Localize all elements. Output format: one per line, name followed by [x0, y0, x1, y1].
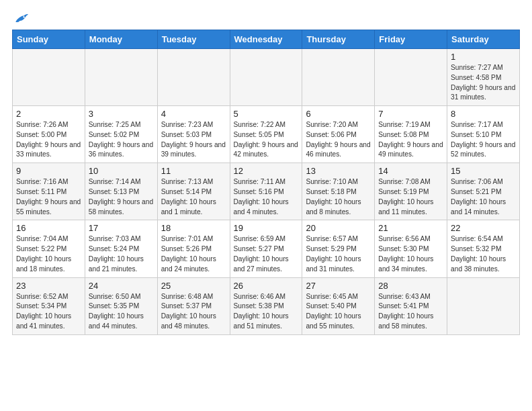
calendar-cell: 24Sunrise: 6:50 AMSunset: 5:35 PMDayligh… [85, 277, 157, 334]
day-number: 2 [16, 109, 81, 119]
day-info: Sunrise: 6:52 AMSunset: 5:34 PMDaylight:… [16, 292, 81, 332]
day-info: Sunrise: 6:56 AMSunset: 5:30 PMDaylight:… [378, 234, 443, 274]
day-number: 19 [234, 223, 299, 233]
day-info: Sunrise: 7:14 AMSunset: 5:13 PMDaylight:… [89, 177, 154, 217]
day-number: 10 [89, 166, 154, 176]
day-number: 15 [451, 166, 516, 176]
calendar-cell: 5Sunrise: 7:22 AMSunset: 5:05 PMDaylight… [230, 106, 302, 163]
day-info: Sunrise: 7:17 AMSunset: 5:10 PMDaylight:… [451, 120, 516, 160]
day-number: 4 [161, 109, 226, 119]
day-number: 11 [161, 166, 226, 176]
calendar-cell: 19Sunrise: 6:59 AMSunset: 5:27 PMDayligh… [230, 220, 302, 277]
day-number: 1 [451, 52, 516, 62]
day-info: Sunrise: 7:01 AMSunset: 5:26 PMDaylight:… [161, 234, 226, 274]
calendar-cell: 15Sunrise: 7:06 AMSunset: 5:21 PMDayligh… [447, 163, 520, 220]
calendar-week-row: 2Sunrise: 7:26 AMSunset: 5:00 PMDaylight… [13, 106, 520, 163]
day-info: Sunrise: 7:23 AMSunset: 5:03 PMDaylight:… [161, 120, 226, 160]
calendar-cell [85, 49, 157, 106]
day-info: Sunrise: 7:26 AMSunset: 5:00 PMDaylight:… [16, 120, 81, 160]
calendar-cell: 10Sunrise: 7:14 AMSunset: 5:13 PMDayligh… [85, 163, 157, 220]
day-info: Sunrise: 7:19 AMSunset: 5:08 PMDaylight:… [378, 120, 443, 160]
day-info: Sunrise: 7:13 AMSunset: 5:14 PMDaylight:… [161, 177, 226, 217]
calendar-cell: 9Sunrise: 7:16 AMSunset: 5:11 PMDaylight… [13, 163, 85, 220]
calendar-cell: 2Sunrise: 7:26 AMSunset: 5:00 PMDaylight… [13, 106, 85, 163]
calendar-cell [447, 277, 520, 334]
day-info: Sunrise: 7:22 AMSunset: 5:05 PMDaylight:… [234, 120, 299, 160]
calendar-cell: 23Sunrise: 6:52 AMSunset: 5:34 PMDayligh… [13, 277, 85, 334]
day-number: 9 [16, 166, 81, 176]
day-number: 17 [89, 223, 154, 233]
calendar-cell: 4Sunrise: 7:23 AMSunset: 5:03 PMDaylight… [157, 106, 230, 163]
col-header-saturday: Saturday [447, 30, 520, 49]
calendar-cell: 27Sunrise: 6:45 AMSunset: 5:40 PMDayligh… [302, 277, 375, 334]
col-header-tuesday: Tuesday [157, 30, 230, 49]
calendar-cell: 28Sunrise: 6:43 AMSunset: 5:41 PMDayligh… [375, 277, 447, 334]
day-info: Sunrise: 7:06 AMSunset: 5:21 PMDaylight:… [451, 177, 516, 217]
day-info: Sunrise: 7:10 AMSunset: 5:18 PMDaylight:… [306, 177, 371, 217]
day-number: 14 [378, 166, 443, 176]
day-number: 28 [378, 281, 443, 291]
day-number: 27 [306, 281, 371, 291]
day-number: 22 [451, 223, 516, 233]
calendar-cell: 8Sunrise: 7:17 AMSunset: 5:10 PMDaylight… [447, 106, 520, 163]
day-number: 13 [306, 166, 371, 176]
col-header-friday: Friday [375, 30, 447, 49]
col-header-sunday: Sunday [13, 30, 85, 49]
day-info: Sunrise: 7:25 AMSunset: 5:02 PMDaylight:… [89, 120, 154, 160]
calendar-cell [302, 49, 375, 106]
calendar-cell: 21Sunrise: 6:56 AMSunset: 5:30 PMDayligh… [375, 220, 447, 277]
day-info: Sunrise: 6:48 AMSunset: 5:37 PMDaylight:… [161, 292, 226, 332]
calendar-cell: 7Sunrise: 7:19 AMSunset: 5:08 PMDaylight… [375, 106, 447, 163]
day-number: 7 [378, 109, 443, 119]
day-number: 12 [234, 166, 299, 176]
col-header-thursday: Thursday [302, 30, 375, 49]
day-number: 23 [16, 281, 81, 291]
day-info: Sunrise: 6:46 AMSunset: 5:38 PMDaylight:… [234, 292, 299, 332]
header [12, 12, 520, 24]
calendar-table: SundayMondayTuesdayWednesdayThursdayFrid… [12, 30, 520, 335]
day-info: Sunrise: 7:04 AMSunset: 5:22 PMDaylight:… [16, 234, 81, 274]
calendar-cell: 3Sunrise: 7:25 AMSunset: 5:02 PMDaylight… [85, 106, 157, 163]
calendar-cell: 17Sunrise: 7:03 AMSunset: 5:24 PMDayligh… [85, 220, 157, 277]
day-number: 20 [306, 223, 371, 233]
calendar-cell: 22Sunrise: 6:54 AMSunset: 5:32 PMDayligh… [447, 220, 520, 277]
col-header-wednesday: Wednesday [230, 30, 302, 49]
calendar-cell: 13Sunrise: 7:10 AMSunset: 5:18 PMDayligh… [302, 163, 375, 220]
calendar-cell: 26Sunrise: 6:46 AMSunset: 5:38 PMDayligh… [230, 277, 302, 334]
day-info: Sunrise: 6:43 AMSunset: 5:41 PMDaylight:… [378, 292, 443, 332]
calendar-cell [375, 49, 447, 106]
calendar-cell: 18Sunrise: 7:01 AMSunset: 5:26 PMDayligh… [157, 220, 230, 277]
day-number: 18 [161, 223, 226, 233]
calendar-cell: 1Sunrise: 7:27 AMSunset: 4:58 PMDaylight… [447, 49, 520, 106]
day-number: 21 [378, 223, 443, 233]
day-info: Sunrise: 6:59 AMSunset: 5:27 PMDaylight:… [234, 234, 299, 274]
day-info: Sunrise: 6:45 AMSunset: 5:40 PMDaylight:… [306, 292, 371, 332]
day-info: Sunrise: 7:03 AMSunset: 5:24 PMDaylight:… [89, 234, 154, 274]
day-info: Sunrise: 6:50 AMSunset: 5:35 PMDaylight:… [89, 292, 154, 332]
calendar-week-row: 1Sunrise: 7:27 AMSunset: 4:58 PMDaylight… [13, 49, 520, 106]
calendar-cell: 11Sunrise: 7:13 AMSunset: 5:14 PMDayligh… [157, 163, 230, 220]
day-number: 25 [161, 281, 226, 291]
calendar-week-row: 9Sunrise: 7:16 AMSunset: 5:11 PMDaylight… [13, 163, 520, 220]
calendar-cell: 6Sunrise: 7:20 AMSunset: 5:06 PMDaylight… [302, 106, 375, 163]
calendar-week-row: 23Sunrise: 6:52 AMSunset: 5:34 PMDayligh… [13, 277, 520, 334]
day-info: Sunrise: 7:08 AMSunset: 5:19 PMDaylight:… [378, 177, 443, 217]
day-info: Sunrise: 7:11 AMSunset: 5:16 PMDaylight:… [234, 177, 299, 217]
day-number: 8 [451, 109, 516, 119]
logo [12, 12, 28, 24]
calendar-cell: 20Sunrise: 6:57 AMSunset: 5:29 PMDayligh… [302, 220, 375, 277]
day-number: 16 [16, 223, 81, 233]
calendar-cell: 12Sunrise: 7:11 AMSunset: 5:16 PMDayligh… [230, 163, 302, 220]
calendar-cell: 16Sunrise: 7:04 AMSunset: 5:22 PMDayligh… [13, 220, 85, 277]
day-number: 6 [306, 109, 371, 119]
day-info: Sunrise: 7:16 AMSunset: 5:11 PMDaylight:… [16, 177, 81, 217]
col-header-monday: Monday [85, 30, 157, 49]
calendar-header-row: SundayMondayTuesdayWednesdayThursdayFrid… [13, 30, 520, 49]
day-info: Sunrise: 7:20 AMSunset: 5:06 PMDaylight:… [306, 120, 371, 160]
page: SundayMondayTuesdayWednesdayThursdayFrid… [0, 0, 532, 342]
day-number: 3 [89, 109, 154, 119]
day-number: 5 [234, 109, 299, 119]
calendar-week-row: 16Sunrise: 7:04 AMSunset: 5:22 PMDayligh… [13, 220, 520, 277]
logo-bird-icon [13, 12, 28, 24]
day-number: 26 [234, 281, 299, 291]
